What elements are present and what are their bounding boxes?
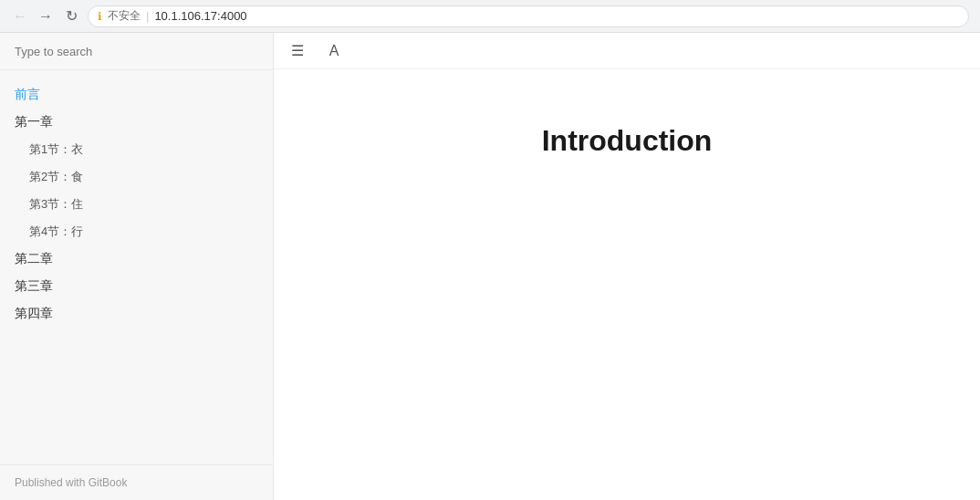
content-body: Introduction	[274, 69, 980, 500]
back-button[interactable]: ←	[11, 7, 29, 26]
sidebar: 前言 第一章 第1节：衣 第2节：食 第3节：住 第4节：行 第二章 第三章 第…	[0, 33, 274, 500]
nav-item-chapter3[interactable]: 第三章	[0, 273, 273, 300]
search-input[interactable]	[15, 45, 258, 58]
nav-item-chapter1[interactable]: 第一章	[0, 109, 273, 136]
page-title: Introduction	[542, 124, 713, 158]
nav-item-chapter4[interactable]: 第四章	[0, 300, 273, 328]
not-secure-label: 不安全	[108, 8, 141, 24]
gitbook-credit: Published with GitBook	[15, 476, 127, 489]
content-toolbar: ☰ A	[274, 33, 980, 69]
content-area: ☰ A Introduction	[274, 33, 980, 500]
hamburger-button[interactable]: ☰	[285, 38, 310, 64]
search-box[interactable]	[0, 33, 273, 70]
address-bar[interactable]: ℹ 不安全 | 10.1.106.17:4000	[88, 5, 969, 27]
nav-item-preface[interactable]: 前言	[0, 81, 273, 109]
separator: |	[146, 9, 149, 23]
nav-item-section1-2[interactable]: 第2节：食	[0, 163, 273, 191]
nav-item-section1-1[interactable]: 第1节：衣	[0, 136, 273, 163]
forward-button[interactable]: →	[36, 7, 55, 26]
nav-item-chapter2[interactable]: 第二章	[0, 245, 273, 273]
reload-button[interactable]: ↻	[62, 7, 80, 26]
url-text: 10.1.106.17:4000	[154, 9, 246, 23]
font-button[interactable]: A	[321, 38, 347, 64]
main-layout: 前言 第一章 第1节：衣 第2节：食 第3节：住 第4节：行 第二章 第三章 第…	[0, 33, 980, 500]
nav-item-section1-3[interactable]: 第3节：住	[0, 191, 273, 218]
security-icon: ℹ	[98, 10, 102, 23]
browser-chrome: ← → ↻ ℹ 不安全 | 10.1.106.17:4000	[0, 0, 980, 33]
sidebar-footer: Published with GitBook	[0, 464, 273, 500]
nav-list: 前言 第一章 第1节：衣 第2节：食 第3节：住 第4节：行 第二章 第三章 第…	[0, 70, 273, 464]
nav-item-section1-4[interactable]: 第4节：行	[0, 218, 273, 245]
